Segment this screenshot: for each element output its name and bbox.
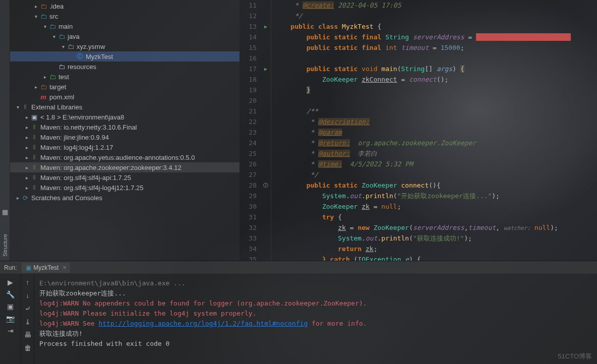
console-output[interactable]: E:\environment\java8\bin\java.exe ...开始获… — [34, 274, 597, 364]
chevron-icon[interactable]: ▸ — [32, 84, 39, 90]
tree-label: xyz.ysmw — [77, 43, 105, 50]
chevron-icon[interactable]: ▸ — [41, 74, 48, 80]
project-tree[interactable]: ▸🗀.idea▾🗀src▾🗀main▾🗀java▾🗀xyz.ysmwⒸMyzkT… — [10, 0, 240, 261]
tree-row[interactable]: ▾🗀src — [10, 11, 240, 21]
tree-row[interactable]: ▾🗀main — [10, 21, 240, 31]
tree-row[interactable]: ▸🗀test — [10, 72, 240, 82]
fold-gutter — [271, 0, 275, 261]
run-tab-icon: ▣ — [26, 264, 31, 271]
print-icon[interactable]: 🖶 — [24, 331, 31, 339]
console-line: log4j:WARN See http://logging.apache.org… — [39, 319, 592, 329]
run-toolbar-primary: ▶ 🔧 ▣ 📷 ⇥ — [0, 274, 21, 364]
tree-label: Maven: jline:jline:0.9.94 — [40, 134, 109, 141]
console-line: log4j:WARN No appenders could be found f… — [39, 298, 592, 309]
exit-icon[interactable]: ⇥ — [8, 327, 14, 335]
tree-label: resources — [68, 63, 96, 71]
tree-row[interactable]: 🗀resources — [10, 62, 240, 72]
chevron-icon[interactable]: ▾ — [41, 24, 48, 29]
tree-label: Maven: org.apache.zookeeper:zookeeper:3.… — [40, 164, 182, 171]
tree-label: test — [58, 73, 69, 81]
structure-tab[interactable]: Structure — [2, 234, 8, 257]
tree-label: target — [49, 83, 66, 91]
tree-row[interactable]: ▸⫴Maven: org.apache.yetus:audience-annot… — [10, 152, 240, 162]
structure-icon[interactable]: ▦ — [2, 208, 8, 216]
run-label: Run: — [4, 264, 17, 271]
chevron-icon[interactable]: ▾ — [14, 104, 21, 110]
chevron-icon[interactable]: ▸ — [14, 195, 21, 201]
tree-label: Maven: org.slf4j:slf4j-log4j12:1.7.25 — [40, 184, 144, 192]
chevron-icon[interactable]: ▸ — [23, 135, 30, 140]
rerun-icon[interactable]: ▶ — [8, 278, 13, 286]
chevron-icon[interactable]: ▸ — [23, 165, 30, 170]
tree-label: pom.xml — [49, 93, 74, 101]
tree-label: Maven: org.apache.yetus:audience-annotat… — [40, 154, 195, 161]
soft-wrap-icon[interactable]: ⤶ — [25, 305, 31, 313]
tree-row[interactable]: ▸⫴Maven: log4j:log4j:1.2.17 — [10, 142, 240, 152]
close-icon[interactable]: × — [63, 264, 66, 271]
run-tab-name: MyzkTest — [33, 264, 58, 271]
up-arrow-icon[interactable]: ↑ — [26, 278, 29, 286]
down-arrow-icon[interactable]: ↓ — [26, 291, 29, 299]
tree-label: main — [58, 23, 73, 30]
tree-row[interactable]: ▸▣< 1.8 > E:\environment\java8 — [10, 112, 240, 122]
tree-row[interactable]: ▸⫴Maven: org.slf4j:slf4j-log4j12:1.7.25 — [10, 183, 240, 193]
code-content[interactable]: * @create: 2022-04-05 17:05 */ public cl… — [275, 0, 597, 261]
tree-label: java — [68, 33, 80, 40]
tree-label: External Libraries — [31, 103, 82, 111]
tree-label: < 1.8 > E:\environment\java8 — [40, 113, 124, 121]
tree-label: Maven: org.slf4j:slf4j-api:1.7.25 — [40, 174, 131, 181]
layout-icon[interactable]: ▣ — [7, 302, 14, 311]
chevron-icon[interactable]: ▸ — [23, 125, 30, 130]
tree-row[interactable]: ⒸMyzkTest — [10, 51, 240, 62]
tree-row[interactable]: ▸⫴Maven: org.slf4j:slf4j-api:1.7.25 — [10, 172, 240, 183]
override-gutter-icon[interactable]: ⓘ — [263, 183, 268, 188]
console-line: E:\environment\java8\bin\java.exe ... — [39, 278, 592, 288]
camera-icon[interactable]: 📷 — [6, 315, 15, 323]
tree-row[interactable]: ▾🗀java — [10, 31, 240, 41]
run-config-tab[interactable]: ▣ MyzkTest × — [22, 263, 70, 273]
run-tool-window: Run: ▣ MyzkTest × ▶ 🔧 ▣ 📷 ⇥ ↑ ↓ ⤶ ⤓ 🖶 🗑 — [0, 261, 597, 364]
chevron-icon[interactable]: ▸ — [23, 155, 30, 160]
scroll-end-icon[interactable]: ⤓ — [25, 318, 31, 326]
left-tool-gutter: ▦ Structure — [0, 0, 10, 261]
chevron-icon[interactable]: ▾ — [59, 44, 67, 49]
console-line: log4j:WARN Please initialize the log4j s… — [39, 309, 592, 319]
code-editor[interactable]: 1112131415161718192021222324252627282930… — [240, 0, 597, 261]
tree-row[interactable]: mpom.xml — [10, 92, 240, 102]
run-gutter-icon[interactable]: ▶ — [264, 66, 267, 72]
chevron-icon[interactable]: ▸ — [23, 145, 30, 150]
console-line: Process finished with exit code 0 — [39, 339, 592, 349]
tree-label: .idea — [49, 3, 64, 10]
tree-row[interactable]: ▸⟳Scratches and Consoles — [10, 193, 240, 203]
chevron-icon[interactable]: ▾ — [50, 34, 57, 39]
tree-row[interactable]: ▸⫴Maven: org.apache.zookeeper:zookeeper:… — [10, 162, 240, 172]
line-number-gutter: 1112131415161718192021222324252627282930… — [240, 0, 261, 261]
run-tabs[interactable]: Run: ▣ MyzkTest × — [0, 261, 597, 274]
chevron-icon[interactable]: ▾ — [32, 14, 39, 19]
run-toolbar-secondary: ↑ ↓ ⤶ ⤓ 🖶 🗑 — [21, 274, 34, 364]
watermark: 51CTO博客 — [558, 352, 592, 361]
tree-label: Maven: io.netty:netty:3.10.6.Final — [40, 124, 137, 131]
tree-row[interactable]: ▸🗀.idea — [10, 1, 240, 11]
console-line: 开始获取zookeeper连接... — [39, 288, 592, 298]
tree-label: Maven: log4j:log4j:1.2.17 — [40, 144, 113, 151]
tree-row[interactable]: ▸🗀target — [10, 82, 240, 92]
tree-label: Scratches and Consoles — [31, 194, 102, 202]
tree-row[interactable]: ▸⫴Maven: jline:jline:0.9.94 — [10, 132, 240, 142]
tree-row[interactable]: ▾⫴External Libraries — [10, 102, 240, 112]
chevron-icon[interactable]: ▸ — [23, 114, 30, 120]
chevron-icon[interactable]: ▸ — [23, 175, 30, 180]
console-line: 获取连接成功! — [39, 329, 592, 339]
tree-row[interactable]: ▸⫴Maven: io.netty:netty:3.10.6.Final — [10, 122, 240, 132]
trash-icon[interactable]: 🗑 — [24, 344, 31, 352]
chevron-icon[interactable]: ▸ — [23, 185, 30, 191]
gutter-markers[interactable]: ▶▶ⓘ — [261, 0, 271, 261]
chevron-icon[interactable]: ▸ — [32, 4, 39, 9]
run-gutter-icon[interactable]: ▶ — [264, 24, 267, 29]
tree-row[interactable]: ▾🗀xyz.ysmw — [10, 41, 240, 51]
tree-label: src — [49, 13, 58, 20]
tree-label: MyzkTest — [86, 53, 113, 60]
wrench-icon[interactable]: 🔧 — [6, 290, 15, 298]
